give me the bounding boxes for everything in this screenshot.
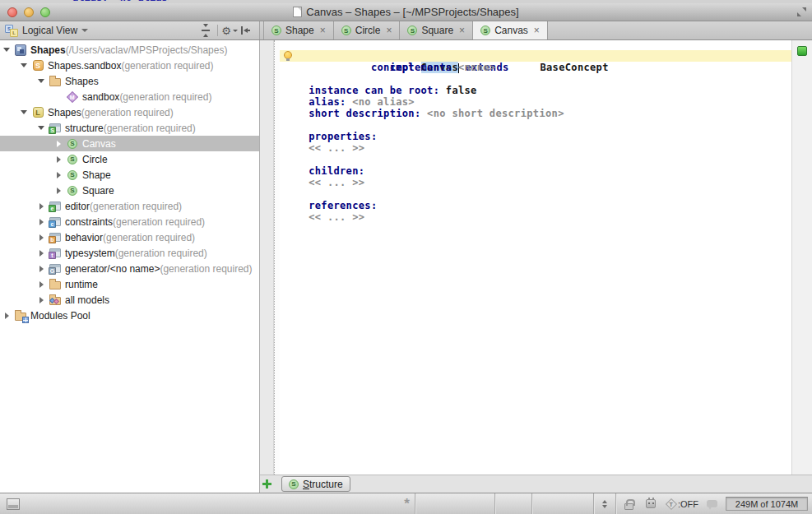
- concept-editor[interactable]: concept Canvas extends BaseConcept imple…: [280, 40, 791, 475]
- behavior-model-icon: b: [49, 233, 61, 242]
- tab-canvas[interactable]: S Canvas ×: [473, 21, 548, 39]
- settings-gear-button[interactable]: ⚙: [221, 23, 238, 38]
- hector-inspector-icon[interactable]: [646, 499, 656, 508]
- tree-row-all-models[interactable]: all models: [0, 292, 259, 308]
- disclosure-triangle-icon[interactable]: [52, 156, 65, 163]
- disclosure-triangle-icon[interactable]: [35, 250, 48, 257]
- logical-view-icon: S L: [5, 25, 18, 37]
- close-tab-icon[interactable]: ×: [459, 25, 465, 36]
- add-aspect-button[interactable]: [260, 475, 274, 493]
- folder-icon: [49, 281, 61, 289]
- disclosure-triangle-icon[interactable]: [0, 313, 13, 319]
- typesystem-badge-icon[interactable]: T: [666, 498, 677, 509]
- mps-window: alias: <no alias> Canvas – Shapes – [~/M…: [0, 0, 812, 514]
- tree-row-shapes-folder[interactable]: Shapes: [0, 73, 259, 89]
- event-log-bubble-icon[interactable]: [707, 500, 717, 507]
- scroll-position-widget[interactable]: [594, 500, 615, 508]
- background-process-spinner-icon[interactable]: *: [404, 500, 410, 508]
- editor-line-properties-empty: << ... >>: [280, 142, 791, 154]
- main-area: Shapes (/Users/vaclav/MPSProjects/Shapes…: [0, 40, 812, 493]
- scroll-from-source-button[interactable]: [197, 23, 214, 38]
- typesystem-state-label[interactable]: :OFF: [678, 499, 698, 509]
- solution-icon: S: [33, 60, 44, 71]
- editor-line-concept-header: concept Canvas extends BaseConcept: [280, 50, 791, 62]
- resize-icon[interactable]: [797, 7, 806, 16]
- close-tab-icon[interactable]: ×: [320, 25, 326, 36]
- tab-structure-aspect[interactable]: S Structure: [281, 476, 350, 492]
- editor-aspect-tabs: S Structure: [260, 475, 812, 493]
- disclosure-triangle-icon[interactable]: [52, 141, 65, 147]
- editor-line-children-header: children:: [280, 165, 791, 177]
- minimize-window-button[interactable]: [24, 7, 34, 17]
- tree-row-runtime[interactable]: runtime: [0, 276, 259, 292]
- tab-label: Shape: [285, 25, 314, 36]
- editor-line-instance-root: instance can be root: false: [280, 85, 791, 96]
- folder-icon: [49, 78, 61, 86]
- toolbar-and-tabs-row: S L Logical View ⚙ S Shape × S Circle ×: [0, 21, 812, 40]
- tree-row-shapes-language[interactable]: L Shapes (generation required): [0, 104, 259, 120]
- disclosure-triangle-icon[interactable]: [35, 126, 48, 130]
- close-window-button[interactable]: [7, 7, 17, 17]
- tree-row-sandbox-model[interactable]: M sandbox (generation required): [0, 89, 259, 104]
- disclosure-triangle-icon[interactable]: [35, 297, 48, 303]
- toggle-toolwindows-button[interactable]: [7, 498, 20, 510]
- panel-splitter[interactable]: [260, 40, 274, 475]
- editor-line-short-description: short description: <no short description…: [280, 108, 791, 119]
- concept-icon: S: [67, 186, 77, 196]
- tree-row-editor-model[interactable]: e editor (generation required): [0, 198, 259, 214]
- tree-row-structure[interactable]: S structure (generation required): [0, 120, 259, 136]
- inspection-status-indicator[interactable]: [797, 46, 807, 56]
- tree-row-project-shapes[interactable]: Shapes (/Users/vaclav/MPSProjects/Shapes…: [0, 42, 259, 58]
- hide-panel-button[interactable]: [238, 23, 254, 38]
- disclosure-triangle-icon[interactable]: [35, 234, 48, 241]
- disclosure-triangle-icon[interactable]: [35, 79, 48, 83]
- disclosure-triangle-icon[interactable]: [35, 281, 48, 288]
- tab-label: Canvas: [494, 25, 528, 36]
- tree-row-canvas[interactable]: S Canvas: [0, 136, 259, 151]
- tab-shape[interactable]: S Shape ×: [263, 21, 334, 39]
- tree-row-square[interactable]: S Square: [0, 183, 259, 198]
- disclosure-triangle-icon[interactable]: [52, 172, 65, 178]
- toolbar-divider: [217, 25, 218, 36]
- editor-model-icon: e: [49, 201, 61, 211]
- close-tab-icon[interactable]: ×: [386, 25, 392, 36]
- close-tab-icon[interactable]: ×: [534, 25, 540, 36]
- tab-label: Square: [421, 25, 453, 36]
- editor-side: concept Canvas extends BaseConcept imple…: [260, 40, 812, 493]
- editor-line-blank: [280, 188, 791, 200]
- disclosure-triangle-icon[interactable]: [0, 48, 13, 52]
- chevron-down-icon[interactable]: [81, 29, 88, 32]
- tree-row-typesystem-model[interactable]: t typesystem (generation required): [0, 245, 259, 261]
- structure-tab-label: Structure: [303, 479, 343, 490]
- tree-row-shape[interactable]: S Shape: [0, 167, 259, 183]
- editor-line-references-header: references:: [280, 200, 791, 211]
- statusbar-cell: [495, 493, 531, 514]
- tab-circle[interactable]: S Circle ×: [334, 21, 401, 39]
- memory-indicator[interactable]: 249M of 1074M: [726, 497, 808, 511]
- disclosure-triangle-icon[interactable]: [17, 63, 30, 67]
- tree-row-constraints-model[interactable]: c constraints (generation required): [0, 214, 259, 229]
- tree-row-shapes-sandbox[interactable]: S Shapes.sandbox (generation required): [0, 58, 259, 73]
- editor-line-blank: [280, 73, 791, 85]
- zoom-window-button[interactable]: [40, 7, 50, 17]
- tab-square[interactable]: S Square ×: [400, 21, 473, 39]
- tree-row-modules-pool[interactable]: Modules Pool: [0, 308, 259, 323]
- disclosure-triangle-icon[interactable]: [17, 110, 30, 114]
- disclosure-triangle-icon[interactable]: [52, 188, 65, 194]
- editor-line-properties-header: properties:: [280, 131, 791, 142]
- lock-icon[interactable]: [624, 503, 633, 510]
- view-selector-label[interactable]: Logical View: [22, 25, 77, 36]
- intention-lightbulb-icon[interactable]: [284, 51, 292, 59]
- disclosure-triangle-icon[interactable]: [35, 266, 48, 272]
- disclosure-triangle-icon[interactable]: [35, 219, 48, 225]
- concept-icon: S: [67, 139, 77, 149]
- project-view-toolbar: S L Logical View ⚙: [0, 21, 260, 39]
- statusbar-cell: [532, 493, 593, 514]
- window-title-area: Canvas – Shapes – [~/MPSProjects/Shapes]: [0, 3, 812, 21]
- tree-row-behavior-model[interactable]: b behavior (generation required): [0, 229, 259, 245]
- tree-row-circle[interactable]: S Circle: [0, 151, 259, 167]
- title-bar: Canvas – Shapes – [~/MPSProjects/Shapes]: [0, 3, 812, 21]
- disclosure-triangle-icon[interactable]: [35, 203, 48, 210]
- tree-row-generator-model[interactable]: G generator/<no name> (generation requir…: [0, 261, 259, 276]
- constraints-model-icon: c: [49, 217, 61, 226]
